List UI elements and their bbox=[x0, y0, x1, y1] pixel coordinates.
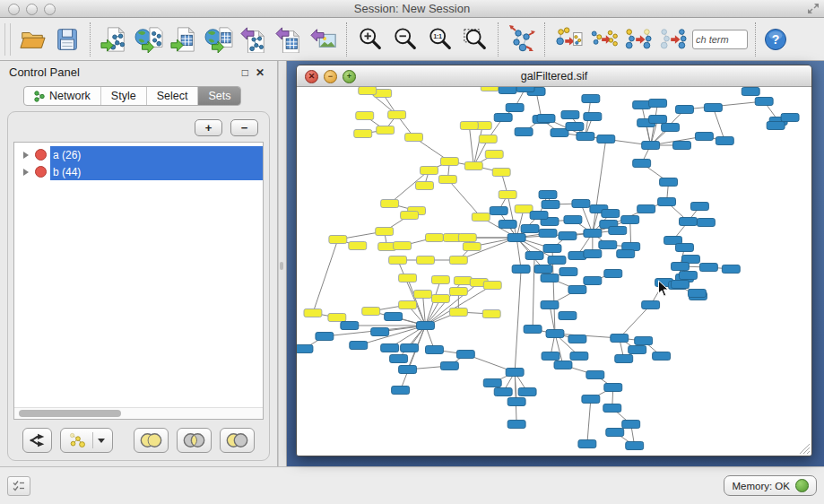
network-node bbox=[633, 101, 651, 109]
float-panel-button[interactable]: □ bbox=[239, 66, 252, 79]
zoom-fit-icon[interactable] bbox=[457, 22, 492, 57]
network-node bbox=[341, 322, 359, 330]
network-node bbox=[458, 234, 476, 242]
tab-style[interactable]: Style bbox=[100, 87, 146, 105]
network-node bbox=[463, 243, 481, 251]
remove-set-button[interactable]: − bbox=[230, 119, 258, 136]
network-node bbox=[329, 236, 347, 244]
network-node bbox=[449, 256, 467, 265]
toolbar-separator bbox=[755, 22, 756, 56]
create-set-from-selection-icon[interactable] bbox=[551, 22, 585, 57]
sets-list[interactable]: a (26) b (44) bbox=[13, 142, 264, 420]
apply-layout-icon[interactable] bbox=[504, 22, 539, 57]
splitter-handle[interactable] bbox=[280, 262, 283, 270]
frame-close-button[interactable]: ✕ bbox=[305, 70, 318, 83]
import-network-file-icon[interactable] bbox=[96, 22, 131, 57]
network-node bbox=[537, 115, 555, 123]
set-row-b[interactable]: b (44) bbox=[14, 163, 263, 180]
set-color-dot bbox=[35, 149, 47, 161]
network-node bbox=[539, 191, 557, 199]
network-node bbox=[584, 113, 602, 121]
frame-minimize-button[interactable]: − bbox=[324, 70, 337, 83]
network-view[interactable] bbox=[297, 87, 811, 456]
control-panel: Control Panel □ ✕ Network Style Select S… bbox=[0, 61, 278, 466]
network-node bbox=[494, 114, 512, 122]
tab-network[interactable]: Network bbox=[24, 87, 100, 105]
network-node bbox=[649, 100, 667, 108]
zoom-window-button[interactable] bbox=[44, 4, 56, 15]
help-icon[interactable]: ? bbox=[761, 22, 790, 57]
remove-selection-from-set-icon[interactable] bbox=[655, 22, 690, 57]
import-table-url-icon[interactable] bbox=[201, 22, 236, 57]
export-image-icon[interactable] bbox=[306, 22, 341, 57]
network-node bbox=[440, 362, 458, 370]
network-frame-titlebar[interactable]: ✕ − + galFiltered.sif bbox=[297, 65, 811, 87]
dropdown-caret-icon[interactable] bbox=[98, 439, 105, 443]
network-node bbox=[615, 355, 633, 363]
close-panel-button[interactable]: ✕ bbox=[252, 66, 268, 79]
network-node bbox=[680, 218, 698, 226]
zoom-in-icon[interactable] bbox=[352, 22, 387, 57]
open-session-button[interactable] bbox=[14, 22, 49, 57]
zoom-out-icon[interactable] bbox=[387, 22, 422, 57]
main-toolbar: 1:1 ? bbox=[0, 18, 824, 61]
search-input[interactable] bbox=[692, 30, 748, 49]
venn-intersection-button[interactable] bbox=[177, 428, 212, 453]
network-canvas[interactable] bbox=[297, 87, 811, 456]
toolbar-drag-handle[interactable] bbox=[4, 23, 11, 56]
add-selection-to-set-icon[interactable] bbox=[620, 22, 655, 57]
network-node bbox=[566, 123, 584, 131]
network-node bbox=[604, 270, 622, 278]
add-set-button[interactable]: + bbox=[195, 119, 222, 136]
import-network-url-icon[interactable] bbox=[131, 22, 166, 57]
status-bar: Memory: OK bbox=[0, 466, 824, 504]
network-node bbox=[431, 276, 449, 284]
svg-text:?: ? bbox=[772, 32, 780, 47]
memory-status-button[interactable]: Memory: OK bbox=[724, 475, 817, 496]
network-node bbox=[377, 126, 395, 135]
set-row-a[interactable]: a (26) bbox=[14, 146, 263, 163]
expand-icon[interactable] bbox=[23, 169, 29, 176]
network-node bbox=[755, 98, 773, 106]
panel-splitter[interactable] bbox=[278, 61, 287, 466]
scrollbar-thumb[interactable] bbox=[19, 410, 121, 417]
network-desktop: ✕ − + galFiltered.sif bbox=[287, 61, 824, 466]
set-label: b (44) bbox=[53, 166, 81, 178]
network-node bbox=[604, 384, 622, 392]
network-node bbox=[449, 308, 467, 317]
expand-icon[interactable] bbox=[23, 152, 29, 159]
frame-zoom-button[interactable]: + bbox=[343, 70, 356, 83]
network-node bbox=[479, 135, 497, 143]
minimize-window-button[interactable] bbox=[26, 4, 38, 15]
create-set-menu-button[interactable] bbox=[60, 428, 113, 453]
zoom-actual-size-icon[interactable]: 1:1 bbox=[422, 22, 457, 57]
network-node bbox=[390, 355, 408, 363]
select-set-nodes-icon[interactable] bbox=[585, 22, 620, 57]
task-history-button[interactable] bbox=[7, 476, 30, 496]
network-node bbox=[507, 398, 525, 406]
network-node bbox=[499, 191, 516, 199]
venn-difference-button[interactable] bbox=[220, 428, 255, 453]
resize-grip-icon[interactable] bbox=[799, 443, 811, 455]
fullscreen-icon[interactable] bbox=[807, 3, 820, 14]
network-node bbox=[456, 351, 474, 359]
window-titlebar[interactable]: Session: New Session bbox=[0, 0, 824, 18]
tab-select[interactable]: Select bbox=[146, 87, 198, 105]
network-node bbox=[417, 322, 435, 330]
close-window-button[interactable] bbox=[8, 4, 20, 15]
network-node bbox=[658, 198, 676, 206]
venn-union-button[interactable] bbox=[134, 428, 169, 453]
tab-sets[interactable]: Sets bbox=[197, 87, 240, 105]
network-node bbox=[638, 205, 655, 213]
network-node bbox=[546, 330, 564, 338]
network-node bbox=[401, 212, 419, 220]
save-session-button[interactable] bbox=[49, 22, 84, 57]
export-table-icon[interactable] bbox=[271, 22, 306, 57]
export-network-icon[interactable] bbox=[236, 22, 271, 57]
import-table-file-icon[interactable] bbox=[166, 22, 201, 57]
horizontal-scrollbar[interactable] bbox=[14, 407, 263, 419]
network-frame: ✕ − + galFiltered.sif bbox=[296, 65, 812, 456]
sets-panel: + − a (26) b (44) bbox=[7, 111, 270, 461]
split-set-button[interactable] bbox=[22, 428, 52, 453]
network-node bbox=[490, 207, 507, 215]
